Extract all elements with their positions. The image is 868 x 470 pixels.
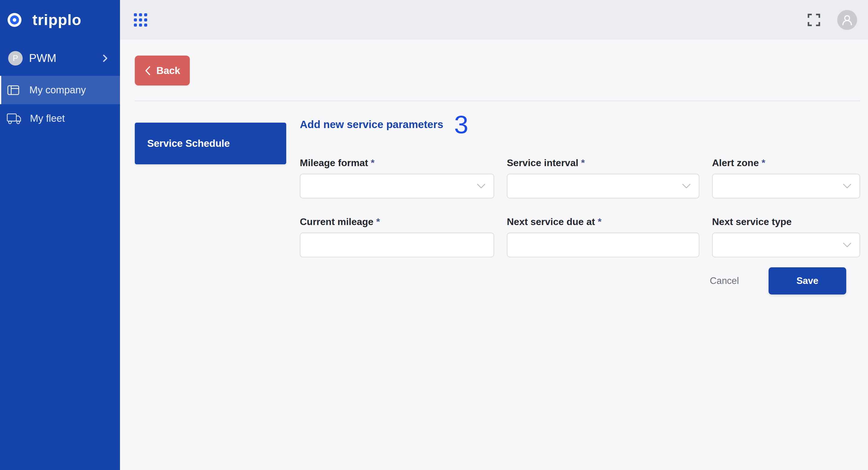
service-parameters-form: Add new service parameters 3 Mileage for… xyxy=(300,112,860,295)
required-asterisk: * xyxy=(598,216,601,227)
workspace-label: PWM xyxy=(29,52,56,65)
next-service-due-input[interactable] xyxy=(507,233,700,257)
current-mileage-input[interactable] xyxy=(300,233,494,257)
main-area: Back Service Schedule Add new service pa… xyxy=(120,0,868,470)
required-asterisk: * xyxy=(376,216,380,227)
field-label-text: Next service type xyxy=(712,216,792,227)
step-number: 3 xyxy=(454,112,468,137)
field-label-text: Alert zone xyxy=(712,157,759,168)
chevron-right-icon xyxy=(102,54,108,63)
brand-header: tripplo xyxy=(0,0,120,40)
required-asterisk: * xyxy=(581,157,585,168)
back-button[interactable]: Back xyxy=(135,56,190,86)
field-mileage-format: Mileage format* xyxy=(300,157,494,198)
sidebar-item-label: My company xyxy=(29,84,86,96)
field-label-text: Mileage format xyxy=(300,157,368,168)
sidebar: tripplo P PWM My company My fleet xyxy=(0,0,120,470)
back-button-label: Back xyxy=(157,65,180,76)
field-label: Service interval* xyxy=(507,157,700,169)
tripplo-logo-icon xyxy=(7,13,22,27)
user-avatar-icon[interactable] xyxy=(837,10,857,30)
field-label: Next service type xyxy=(712,216,860,228)
topbar xyxy=(120,0,868,40)
required-asterisk: * xyxy=(762,157,765,168)
service-interval-select[interactable] xyxy=(507,174,700,198)
window-panels-icon xyxy=(7,85,19,95)
page-content: Back Service Schedule Add new service pa… xyxy=(120,40,868,470)
next-service-type-select[interactable] xyxy=(712,233,860,257)
field-label-text: Service interval xyxy=(507,157,579,168)
chevron-left-icon xyxy=(145,66,151,76)
fullscreen-icon[interactable] xyxy=(808,13,820,26)
cancel-button[interactable]: Cancel xyxy=(708,275,741,287)
divider xyxy=(135,101,860,101)
sidebar-item-my-fleet[interactable]: My fleet xyxy=(0,104,120,133)
field-current-mileage: Current mileage* xyxy=(300,216,494,257)
truck-icon xyxy=(7,112,22,125)
chevron-down-icon xyxy=(476,183,486,189)
field-label: Alert zone* xyxy=(712,157,860,169)
tab-label: Service Schedule xyxy=(147,138,230,149)
field-label: Current mileage* xyxy=(300,216,494,228)
form-actions: Cancel Save xyxy=(300,267,860,295)
tab-service-schedule[interactable]: Service Schedule xyxy=(135,123,286,164)
chevron-down-icon xyxy=(682,183,691,189)
apps-grid-icon[interactable] xyxy=(134,13,147,27)
field-label-text: Current mileage xyxy=(300,216,374,227)
fields-grid: Mileage format* Service interval* Alert … xyxy=(300,157,860,257)
mileage-format-select[interactable] xyxy=(300,174,494,198)
sidebar-nav: P PWM My company My fleet xyxy=(0,43,120,133)
save-button[interactable]: Save xyxy=(769,267,846,295)
form-header: Add new service parameters 3 xyxy=(300,112,860,137)
field-label: Mileage format* xyxy=(300,157,494,169)
field-label: Next service due at* xyxy=(507,216,700,228)
field-label-text: Next service due at xyxy=(507,216,595,227)
sidebar-item-workspace[interactable]: P PWM xyxy=(0,43,120,73)
required-asterisk: * xyxy=(371,157,374,168)
alert-zone-select[interactable] xyxy=(712,174,860,198)
chevron-down-icon xyxy=(843,183,852,189)
field-next-service-type: Next service type xyxy=(712,216,860,257)
sidebar-item-my-company[interactable]: My company xyxy=(0,76,120,104)
workspace-avatar: P xyxy=(8,51,23,66)
chevron-down-icon xyxy=(843,242,852,248)
page-title: Add new service parameters xyxy=(300,119,443,131)
sidebar-item-label: My fleet xyxy=(30,113,65,124)
field-next-service-due: Next service due at* xyxy=(507,216,700,257)
field-service-interval: Service interval* xyxy=(507,157,700,198)
field-alert-zone: Alert zone* xyxy=(712,157,860,198)
selected-indicator xyxy=(0,76,1,104)
service-section: Service Schedule Add new service paramet… xyxy=(135,112,860,295)
brand-name: tripplo xyxy=(32,11,82,29)
